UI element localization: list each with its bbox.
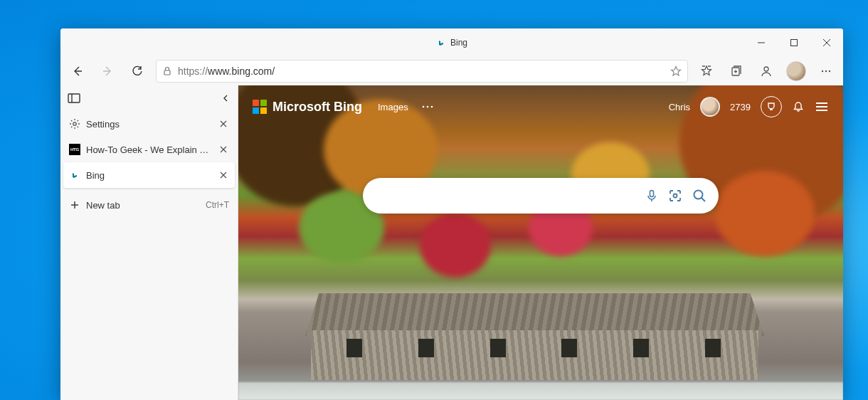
profile-avatar[interactable] (782, 58, 810, 84)
svg-rect-6 (164, 70, 170, 75)
window-title: Bing (450, 38, 467, 48)
forward-button[interactable] (93, 58, 122, 84)
svg-point-15 (829, 70, 830, 72)
background-bridge (311, 293, 758, 386)
svg-point-18 (73, 122, 76, 125)
window-controls (745, 28, 843, 57)
tab-label: Bing (86, 170, 212, 181)
svg-rect-16 (68, 94, 80, 102)
image-search-icon[interactable] (667, 188, 683, 204)
profile-icon-button[interactable] (752, 58, 780, 84)
browser-window: Bing https:/ (60, 28, 843, 400)
url-text: https://www.bing.com/ (178, 65, 665, 77)
minimize-button[interactable] (745, 28, 778, 57)
new-tab-label: New tab (86, 200, 200, 211)
new-tab-shortcut: Ctrl+T (206, 200, 229, 210)
hamburger-menu-icon[interactable] (815, 101, 829, 112)
tab-label: Settings (86, 119, 212, 130)
rewards-icon[interactable] (761, 96, 782, 117)
favorite-star-icon[interactable] (670, 65, 682, 77)
voice-search-icon[interactable] (645, 189, 659, 203)
svg-point-27 (422, 106, 424, 108)
svg-line-36 (702, 198, 705, 201)
plus-icon (69, 199, 80, 211)
vertical-tabs-icon[interactable] (68, 93, 80, 103)
bing-brand-text: Microsoft Bing (272, 100, 362, 115)
tab-bing[interactable]: Bing (63, 162, 235, 188)
back-button[interactable] (63, 58, 92, 84)
vertical-tabs-panel: Settings HTG How-To Geek - We Explain Te… (60, 85, 238, 400)
address-bar[interactable]: https://www.bing.com/ (156, 60, 688, 83)
url-protocol: https:// (178, 65, 208, 77)
svg-point-29 (430, 106, 433, 108)
more-menu-button[interactable] (812, 58, 840, 84)
bing-brand[interactable]: Microsoft Bing (253, 100, 362, 115)
search-input[interactable] (374, 190, 636, 202)
bing-nav: Images (378, 102, 434, 112)
favorites-button[interactable] (692, 58, 721, 84)
maximize-button[interactable] (778, 28, 810, 57)
bing-header: Microsoft Bing Images Chris 2739 (238, 91, 843, 122)
close-tab-button[interactable] (218, 118, 229, 130)
nav-images-link[interactable]: Images (378, 102, 408, 112)
collections-button[interactable] (722, 58, 751, 84)
tab-howtogeek[interactable]: HTG How-To Geek - We Explain Techn (63, 137, 235, 162)
gear-icon (69, 118, 80, 130)
nav-more-icon[interactable] (421, 105, 434, 109)
close-tab-button[interactable] (218, 144, 229, 155)
search-icon[interactable] (692, 188, 707, 204)
rewards-points[interactable]: 2739 (730, 102, 751, 112)
bing-user-avatar[interactable] (700, 97, 720, 117)
svg-rect-33 (650, 191, 654, 197)
new-tab-button[interactable]: New tab Ctrl+T (63, 192, 235, 218)
collapse-tabs-button[interactable] (221, 93, 231, 103)
browser-toolbar: https://www.bing.com/ (60, 57, 843, 85)
svg-rect-1 (791, 40, 798, 46)
notifications-icon[interactable] (792, 100, 805, 113)
svg-point-28 (426, 106, 428, 108)
microsoft-logo-icon (253, 100, 267, 114)
vertical-tabs-header (60, 85, 238, 111)
svg-point-35 (694, 191, 703, 199)
tab-label: How-To Geek - We Explain Techn (86, 144, 212, 155)
svg-point-34 (674, 194, 677, 198)
bing-user-name[interactable]: Chris (669, 102, 690, 112)
bing-search-box[interactable] (363, 178, 719, 214)
title-bar: Bing (60, 28, 843, 57)
htg-favicon-icon: HTG (69, 144, 80, 155)
svg-point-14 (825, 70, 827, 72)
close-tab-button[interactable] (218, 169, 229, 181)
body-area: Settings HTG How-To Geek - We Explain Te… (60, 85, 843, 400)
refresh-button[interactable] (123, 58, 152, 84)
window-title-group: Bing (436, 38, 467, 48)
bing-favicon-icon (436, 38, 446, 48)
url-host-path: www.bing.com/ (208, 65, 275, 77)
tab-settings[interactable]: Settings (63, 111, 235, 137)
close-button[interactable] (810, 28, 843, 57)
svg-point-13 (822, 70, 823, 72)
lock-icon (162, 66, 172, 76)
page-content: Microsoft Bing Images Chris 2739 (238, 85, 843, 400)
bing-favicon-icon (69, 169, 80, 181)
bing-header-right: Chris 2739 (669, 96, 829, 117)
svg-point-12 (764, 67, 768, 71)
